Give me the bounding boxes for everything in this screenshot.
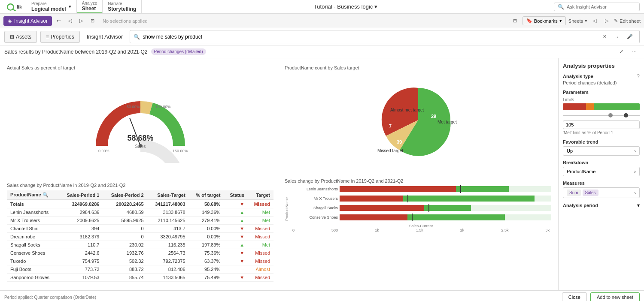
ask-insight-input[interactable] xyxy=(567,4,636,9)
toolbar-forward[interactable]: ▷ xyxy=(76,16,86,25)
row-p1: 2984.636 xyxy=(58,208,103,217)
edit-sheet-button[interactable]: ✎ Edit sheet xyxy=(614,18,641,24)
nav-prev-button[interactable]: ◁ xyxy=(590,16,599,25)
more-options-button[interactable]: ⋯ xyxy=(629,47,640,56)
help-icon[interactable]: ? xyxy=(637,73,640,79)
add-to-sheet-button[interactable]: Add to new sheet xyxy=(590,292,640,301)
row-trend: ▼ xyxy=(224,257,248,265)
nav-narrate[interactable]: Narrate Storytelling xyxy=(103,0,142,13)
slider-thumb-2[interactable] xyxy=(624,113,628,117)
bottom-charts-row: Sales change by ProductName in 2019-Q2 a… xyxy=(3,175,555,285)
bar-chart-section: Sales change by ProductName in 2019-Q2 a… xyxy=(281,175,555,285)
bar-green xyxy=(424,205,471,211)
main-content-wrapper: Actual Sales as percent of target 58.68% xyxy=(0,58,644,290)
row-trend: ▲ xyxy=(224,217,248,225)
bar-red xyxy=(340,205,424,211)
col-p2: Sales-Period 2 xyxy=(103,190,147,200)
bottom-bar-actions: Close Add to new sheet xyxy=(562,292,640,301)
expand-button[interactable]: ⤢ xyxy=(617,47,626,56)
row-p1: 773.72 xyxy=(58,265,103,274)
sheets-button[interactable]: Sheets ▾ xyxy=(568,18,587,24)
row-p2: 0 xyxy=(103,233,147,241)
go-button[interactable]: → xyxy=(611,33,622,41)
chevron-down-icon: ▾ xyxy=(559,18,562,24)
row-p1: 394 xyxy=(58,225,103,233)
row-pct: 75.36% xyxy=(189,249,224,257)
close-button[interactable]: Close xyxy=(562,292,587,301)
breakdown-section: Breakdown ProductName › xyxy=(563,160,640,176)
breakdown-label: Breakdown xyxy=(563,160,640,165)
insight-search-input[interactable] xyxy=(143,34,597,40)
bar-red xyxy=(340,186,456,192)
row-p1: 754.975 xyxy=(58,257,103,265)
row-target: 116.235 xyxy=(147,241,189,249)
limit-green xyxy=(594,103,640,110)
bar-area xyxy=(340,214,551,220)
clear-search-button[interactable]: ✕ xyxy=(600,32,610,41)
svg-text:Met target: Met target xyxy=(437,120,457,124)
app-title[interactable]: Tutorial - Business logic ▾ xyxy=(314,3,378,10)
svg-point-10 xyxy=(139,144,142,147)
row-p2: 855.74 xyxy=(103,274,147,282)
bar-area xyxy=(340,205,551,211)
row-trend: ▼ xyxy=(224,249,248,257)
analysis-period-header[interactable]: Analysis period ▾ xyxy=(563,202,640,208)
row-p2: 883.72 xyxy=(103,265,147,274)
bar-row: Lenin Jeansshorts xyxy=(291,186,551,192)
svg-line-1 xyxy=(12,9,16,11)
row-target: 413.7 xyxy=(147,225,189,233)
slider-thumb-1[interactable] xyxy=(608,113,613,117)
period-note: Period applied: Quarter comparison (Orde… xyxy=(4,295,96,300)
toolbar-selections[interactable]: ⊡ xyxy=(88,16,97,25)
donut-svg: 58.68% Sales 0.00% 50.00% 100.00% 150.00… xyxy=(89,77,192,163)
ask-insight-search[interactable]: 🔍 xyxy=(554,3,640,11)
row-trend: ▼ xyxy=(224,274,248,282)
analysis-type-label: Analysis type xyxy=(563,74,593,79)
svg-text:150.00%: 150.00% xyxy=(173,149,188,153)
row-p2: 5895.9925 xyxy=(103,217,147,225)
bar-red xyxy=(340,214,407,220)
chevron-right-icon: › xyxy=(634,190,636,196)
nav-center: Tutorial - Business logic ▾ xyxy=(142,0,550,13)
limit-input[interactable] xyxy=(563,120,640,129)
toolbar-undo[interactable]: ↩ xyxy=(54,16,64,25)
bookmarks-button[interactable]: 🔖 Bookmarks ▾ xyxy=(522,16,566,25)
qlik-logo: lik xyxy=(0,0,26,13)
nav-analyze[interactable]: Analyze Sheet xyxy=(77,0,103,13)
bar-label: Conserve Shoes xyxy=(291,215,338,220)
col-status: Status xyxy=(224,190,248,200)
grid-view-button[interactable]: ⊞ xyxy=(510,16,520,25)
chevron-down-icon: ▾ xyxy=(69,4,71,9)
table-row: Shagall Socks 110.7 230.02 116.235 197.8… xyxy=(7,241,273,249)
row-p2: 502.32 xyxy=(103,257,147,265)
edit-icon: ✎ xyxy=(614,18,618,24)
insight-search-box[interactable]: 🔍 ✕ → 🎤 xyxy=(130,30,640,43)
row-target: 2110.145625 xyxy=(147,217,189,225)
bar-red xyxy=(340,196,403,202)
favorable-trend-dropdown[interactable]: Up › xyxy=(563,146,640,156)
row-p1: 2009.6625 xyxy=(58,217,103,225)
bar-marker xyxy=(460,185,461,193)
toolbar-back[interactable]: ◁ xyxy=(65,16,75,25)
assets-tab[interactable]: ⊞ Assets xyxy=(4,31,37,43)
row-pct: 149.36% xyxy=(189,208,224,217)
svg-text:29: 29 xyxy=(431,114,436,119)
nav-next-button[interactable]: ▷ xyxy=(602,16,611,25)
sales-table: ProductName 🔍 Sales-Period 1 Sales-Perio… xyxy=(7,190,273,282)
limit-bar xyxy=(563,103,640,110)
totals-row: Totals 324969.0286 200228.2465 341217.48… xyxy=(7,200,273,208)
favorable-trend-label: Favorable trend xyxy=(563,139,640,144)
breakdown-dropdown[interactable]: ProductName › xyxy=(563,167,640,176)
totals-p2: 200228.2465 xyxy=(103,200,147,208)
row-p1: 1079.53 xyxy=(58,274,103,282)
limit-slider[interactable] xyxy=(563,113,640,118)
nav-prepare[interactable]: Prepare Logical model ▾ xyxy=(26,0,77,13)
measures-row[interactable]: Sum Sales › xyxy=(563,187,640,198)
limit-note: 'Met' limit as % of Period 1 xyxy=(563,130,640,135)
properties-tab[interactable]: ≡ Properties xyxy=(40,31,80,43)
chevron-down-icon: ▾ xyxy=(374,3,377,10)
voice-button[interactable]: 🎤 xyxy=(624,32,636,41)
insight-advisor-button[interactable]: ◈ Insight Advisor xyxy=(3,16,52,26)
y-axis-label-container: ProductName xyxy=(285,186,289,232)
table-row: Chantell Shirt 394 0 413.7 0.00% ▼ Misse… xyxy=(7,225,273,233)
